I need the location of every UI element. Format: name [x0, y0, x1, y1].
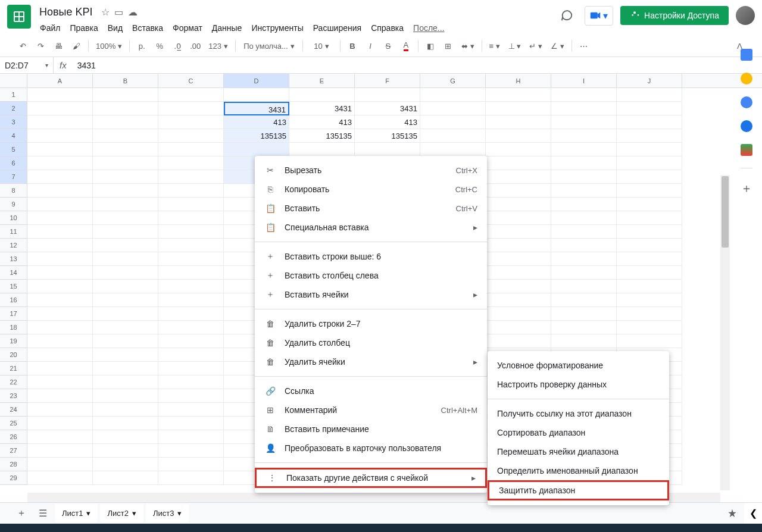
- row-header[interactable]: 13: [0, 252, 27, 266]
- maps-icon[interactable]: [741, 144, 752, 156]
- scrollbar-vertical[interactable]: [720, 175, 730, 490]
- col-header[interactable]: B: [93, 74, 158, 87]
- cell[interactable]: [93, 375, 158, 389]
- cell[interactable]: [551, 321, 617, 334]
- cell[interactable]: 135135: [355, 129, 420, 143]
- cell[interactable]: [420, 88, 486, 102]
- cell[interactable]: [486, 143, 551, 157]
- cell[interactable]: [27, 307, 93, 321]
- cell[interactable]: [93, 143, 158, 157]
- print-icon[interactable]: 🖶: [50, 37, 67, 54]
- merge-btn[interactable]: ⬌ ▾: [458, 37, 478, 54]
- cell[interactable]: [486, 157, 551, 170]
- menu-format[interactable]: Формат: [168, 21, 207, 35]
- cell[interactable]: [158, 157, 224, 170]
- col-header[interactable]: F: [355, 74, 420, 87]
- cell[interactable]: [551, 115, 617, 129]
- row-header[interactable]: 20: [0, 348, 27, 362]
- cell[interactable]: [27, 471, 93, 485]
- ctx-paste[interactable]: 📋ВставитьCtrl+V: [255, 199, 487, 218]
- keep-icon[interactable]: [741, 73, 752, 85]
- cell[interactable]: [27, 444, 93, 458]
- cell[interactable]: [420, 143, 486, 157]
- cell[interactable]: [617, 293, 682, 307]
- cell[interactable]: [93, 417, 158, 430]
- bold-btn[interactable]: B: [344, 37, 361, 54]
- cell[interactable]: [93, 334, 158, 348]
- sub-protect-range[interactable]: Защитить диапазон: [488, 480, 669, 500]
- row-header[interactable]: 23: [0, 389, 27, 403]
- cell[interactable]: [486, 307, 551, 321]
- cell[interactable]: [486, 170, 551, 184]
- cell[interactable]: [93, 157, 158, 170]
- menu-insert[interactable]: Вставка: [128, 21, 167, 35]
- cell[interactable]: [551, 280, 617, 293]
- cell[interactable]: [27, 198, 93, 211]
- cell[interactable]: [617, 170, 682, 184]
- cell[interactable]: [27, 129, 93, 143]
- cell[interactable]: [289, 143, 355, 157]
- row-header[interactable]: 22: [0, 375, 27, 389]
- menu-file[interactable]: Файл: [36, 21, 64, 35]
- cell[interactable]: [551, 266, 617, 280]
- undo-icon[interactable]: ↶: [14, 37, 31, 54]
- zoom-dropdown[interactable]: 100% ▾: [92, 37, 126, 54]
- cell[interactable]: [617, 102, 682, 115]
- redo-icon[interactable]: ↷: [32, 37, 49, 54]
- cell[interactable]: [617, 157, 682, 170]
- cell[interactable]: [27, 362, 93, 375]
- cell[interactable]: [486, 293, 551, 307]
- cell[interactable]: [27, 88, 93, 102]
- cell[interactable]: [617, 211, 682, 225]
- cell[interactable]: [93, 88, 158, 102]
- cell[interactable]: [93, 102, 158, 115]
- cell[interactable]: [158, 239, 224, 252]
- menu-help[interactable]: Справка: [367, 21, 408, 35]
- cell[interactable]: [551, 143, 617, 157]
- ctx-delete-cells[interactable]: 🗑Удалить ячейки▸: [255, 352, 487, 371]
- cell[interactable]: [27, 102, 93, 115]
- menu-data[interactable]: Данные: [208, 21, 246, 35]
- doc-title[interactable]: Новые KPI: [36, 5, 96, 20]
- text-color-btn[interactable]: A: [398, 37, 414, 54]
- italic-btn[interactable]: I: [362, 37, 379, 54]
- cell[interactable]: [617, 143, 682, 157]
- cell[interactable]: [158, 430, 224, 444]
- cell[interactable]: [158, 375, 224, 389]
- cell[interactable]: [158, 403, 224, 417]
- sheet-tab[interactable]: Лист2 ▾: [100, 504, 143, 522]
- cell[interactable]: [158, 307, 224, 321]
- cell[interactable]: [158, 471, 224, 485]
- cell[interactable]: [93, 348, 158, 362]
- cell[interactable]: [93, 444, 158, 458]
- cell[interactable]: [551, 211, 617, 225]
- col-header[interactable]: J: [617, 74, 682, 87]
- sub-sort[interactable]: Сортировать диапазон: [488, 423, 669, 442]
- cell[interactable]: [617, 252, 682, 266]
- formula-input[interactable]: 3431: [73, 61, 762, 70]
- cell[interactable]: [93, 252, 158, 266]
- cell[interactable]: [158, 129, 224, 143]
- cell[interactable]: [27, 266, 93, 280]
- row-header[interactable]: 24: [0, 403, 27, 417]
- ctx-cut[interactable]: ✂ВырезатьCtrl+X: [255, 161, 487, 180]
- tasks-icon[interactable]: [741, 96, 752, 108]
- cell[interactable]: [93, 471, 158, 485]
- row-header[interactable]: 2: [0, 102, 27, 115]
- calendar-icon[interactable]: [741, 49, 752, 61]
- cell[interactable]: [486, 129, 551, 143]
- row-header[interactable]: 7: [0, 170, 27, 184]
- font-dropdown[interactable]: По умолча... ▾: [239, 37, 299, 54]
- side-panel-toggle[interactable]: ❮: [744, 502, 762, 524]
- contacts-icon[interactable]: [741, 120, 752, 132]
- cell[interactable]: 3431: [289, 102, 355, 115]
- sub-shuffle[interactable]: Перемешать ячейки диапазона: [488, 442, 669, 461]
- row-header[interactable]: 18: [0, 321, 27, 334]
- cell[interactable]: [158, 362, 224, 375]
- halign-btn[interactable]: ≡ ▾: [486, 37, 504, 54]
- cell[interactable]: [486, 225, 551, 239]
- cell[interactable]: [158, 225, 224, 239]
- star-icon[interactable]: ☆: [101, 7, 110, 18]
- cell[interactable]: [93, 225, 158, 239]
- cell[interactable]: 135135: [289, 129, 355, 143]
